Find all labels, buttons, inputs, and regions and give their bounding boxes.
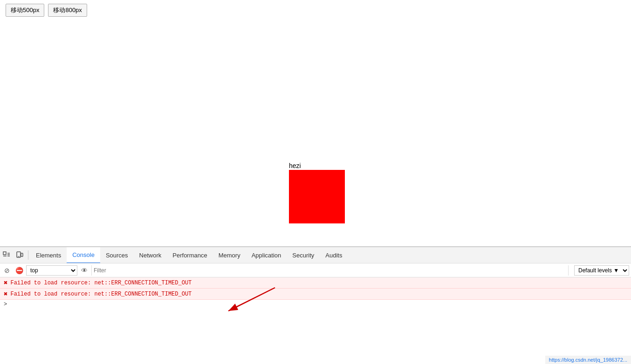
error-icon-2: ✖ (4, 290, 7, 298)
prompt-symbol: > (4, 301, 7, 308)
console-settings-icon[interactable]: ⛔ (14, 265, 24, 276)
filter-area (91, 265, 569, 276)
default-levels-select[interactable]: Default levels ▼ (574, 265, 629, 276)
live-expression-icon[interactable]: 👁 (79, 265, 89, 276)
tab-application[interactable]: Application (246, 247, 287, 263)
svg-rect-6 (21, 253, 23, 256)
error-row-2: ✖ Failed to load resource: net::ERR_CONN… (0, 289, 631, 300)
error-row-1: ✖ Failed to load resource: net::ERR_CONN… (0, 277, 631, 289)
error-icon-1: ✖ (4, 279, 7, 287)
tab-elements[interactable]: Elements (30, 247, 67, 263)
tab-performance[interactable]: Performance (167, 247, 213, 263)
error-message-2: Failed to load resource: net::ERR_CONNEC… (10, 291, 192, 297)
url-bar: https://blog.csdn.net/jq_1986372... (545, 356, 631, 364)
move-800-button[interactable]: 移动800px (48, 4, 87, 17)
main-page: 移动500px 移动800px hezi (0, 0, 631, 247)
clear-console-icon[interactable]: ⊘ (2, 265, 12, 276)
device-toolbar-icon[interactable] (13, 249, 26, 262)
filter-input[interactable] (92, 265, 568, 276)
toolbar-separator (28, 250, 28, 260)
execution-context-select[interactable]: top (26, 265, 77, 276)
tab-console[interactable]: Console (67, 247, 100, 263)
move-500-button[interactable]: 移动500px (6, 4, 44, 17)
devtools-panel: Elements Console Sources Network Perform… (0, 247, 631, 364)
box-label: hezi (289, 162, 301, 169)
tab-audits[interactable]: Audits (320, 247, 348, 263)
devtools-tabs-bar: Elements Console Sources Network Perform… (0, 247, 631, 263)
console-prompt-row: > (0, 300, 631, 309)
tab-sources[interactable]: Sources (100, 247, 134, 263)
animated-box (289, 170, 345, 223)
error-message-1: Failed to load resource: net::ERR_CONNEC… (10, 280, 192, 286)
svg-rect-0 (3, 252, 6, 255)
tab-memory[interactable]: Memory (213, 247, 246, 263)
inspect-element-icon[interactable] (0, 249, 13, 262)
tab-security[interactable]: Security (287, 247, 320, 263)
console-output: ✖ Failed to load resource: net::ERR_CONN… (0, 277, 631, 364)
url-text: https://blog.csdn.net/jq_1986372... (549, 357, 627, 363)
tab-network[interactable]: Network (134, 247, 167, 263)
button-area: 移动500px 移动800px (0, 0, 631, 20)
console-bar: ⊘ ⛔ top 👁 Default levels ▼ (0, 263, 631, 277)
